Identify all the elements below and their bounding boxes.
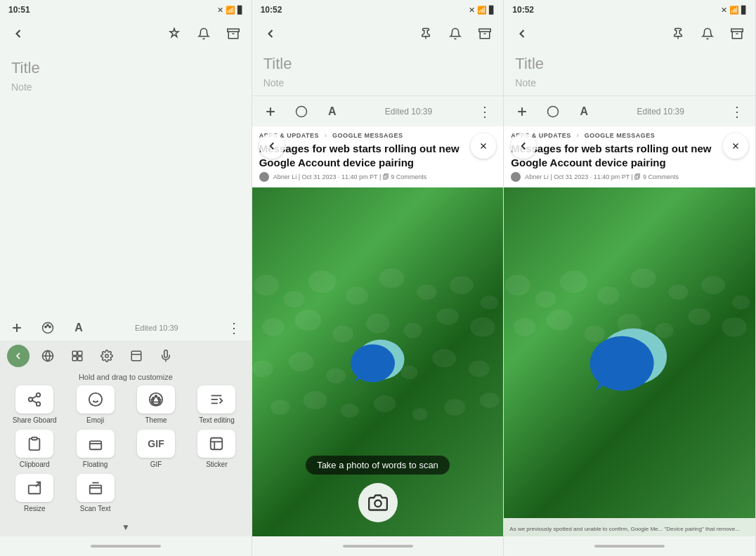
shortcut-theme[interactable]: Theme [129,385,183,424]
add-button-3[interactable] [512,102,532,121]
shortcut-clipboard[interactable]: Clipboard [7,430,62,468]
status-icons-2: ✕ 📶 ▊ [469,6,495,15]
shortcut-scan-text[interactable]: Scan Text [67,474,122,512]
status-time-3: 10:52 [512,5,534,15]
note-content-2[interactable]: Title Note [252,48,504,95]
article-image-area-2: APPS & UPDATES › GOOGLE MESSAGES Message… [252,126,504,536]
svg-rect-13 [78,357,82,361]
toolbar-left-3 [512,24,532,44]
back-button-2[interactable] [261,24,280,44]
shortcut-share-gboard[interactable]: Share Gboard [7,385,62,424]
shortcut-floating[interactable]: Floating [67,430,122,468]
archive-button-3[interactable] [727,24,747,44]
article-back-button-2[interactable] [259,133,285,159]
svg-rect-85 [731,29,743,32]
pin-button-1[interactable] [164,24,184,44]
text-format-button-3[interactable]: A [574,102,594,121]
scroll-down-icon[interactable]: ▼ [122,522,130,532]
back-button-1[interactable] [8,24,28,44]
tag-messages-2: GOOGLE MESSAGES [332,132,403,139]
shortcut-gif[interactable]: GIF GIF [129,430,183,468]
bell-button-1[interactable] [194,24,214,44]
keyboard-topbar [0,340,252,371]
article-image-area-3: APPS & UPDATES › GOOGLE MESSAGES Message… [504,126,755,536]
palette-button-1[interactable] [38,318,58,338]
svg-rect-44 [479,29,491,32]
article-content-3: APPS & UPDATES › GOOGLE MESSAGES Message… [504,126,755,536]
pin-button-2[interactable] [416,24,436,44]
note-body-1[interactable]: Note [11,81,240,93]
shortcuts-grid: Share Gboard Emoji [0,385,252,518]
battery-icon-3: ▊ [741,6,747,15]
article-close-button-3[interactable] [723,133,748,159]
note-body-2[interactable]: Note [263,77,493,88]
hold-drag-label: Hold and drag to customize [0,371,252,385]
shortcut-emoji[interactable]: Emoji [67,385,122,424]
article-meta-text-2: Abner Li | Oct 31 2023 · 11:40 pm PT | 🗐… [273,173,427,180]
svg-point-97 [732,296,750,310]
archive-button-1[interactable] [223,24,243,44]
article-meta-2: Abner Li | Oct 31 2023 · 11:40 pm PT | 🗐… [259,172,497,182]
svg-point-5 [45,326,46,327]
svg-rect-33 [32,437,37,440]
more-button-1[interactable]: ⋮ [225,318,245,338]
top-toolbar-2 [252,20,504,48]
article-green-area-3: As we previously spotted and unable to c… [504,187,755,536]
svg-rect-12 [72,357,77,361]
svg-point-104 [722,317,747,337]
text-format-button-2[interactable]: A [322,102,342,121]
pin-button-3[interactable] [668,24,688,44]
status-time-2: 10:52 [261,5,282,15]
note-title-2[interactable]: Title [263,55,493,73]
phone-panel-2: 10:52 ✕ 📶 ▊ [252,0,504,556]
svg-rect-34 [89,441,101,449]
shortcut-label-theme: Theme [145,416,167,424]
add-button-1[interactable] [7,318,27,338]
kb-expand-button[interactable] [125,345,148,367]
svg-point-48 [296,106,306,117]
svg-point-92 [560,270,588,293]
article-green-area-2: Take a photo of words to scan [252,187,504,536]
note-content-1[interactable]: Title Note [0,48,252,315]
kb-translate-button[interactable] [66,345,89,367]
kb-mic-button[interactable] [155,345,177,367]
kb-back-button[interactable] [7,345,30,367]
more-button-3[interactable]: ⋮ [727,102,747,121]
sticker-icon-box [197,430,235,458]
shortcut-sticker[interactable]: Sticker [189,430,244,468]
chat-icon-3 [584,322,675,402]
svg-point-89 [548,106,559,117]
shortcut-resize[interactable]: Resize [7,474,62,512]
article-avatar-3 [511,172,521,182]
note-title-1[interactable]: Title [11,59,240,77]
toolbar-right-2 [416,24,495,44]
note-content-3[interactable]: Title Note [504,48,755,95]
svg-rect-36 [211,438,223,450]
shortcut-text-editing[interactable]: Text editing [189,385,244,424]
article-tags-2: APPS & UPDATES › GOOGLE MESSAGES [259,132,497,139]
svg-rect-15 [131,351,141,361]
bell-button-2[interactable] [445,24,465,44]
svg-point-95 [669,284,689,300]
status-bar-3: 10:52 ✕ 📶 ▊ [504,0,755,20]
bell-button-3[interactable] [698,24,717,44]
article-meta-3: Abner Li | Oct 31 2023 · 11:40 pm PT | 🗐… [511,172,748,182]
signal-icon-1: ✕ [217,6,223,15]
palette-button-3[interactable] [543,102,563,121]
scan-tooltip: Take a photo of words to scan [306,456,450,475]
chat-icon-2 [346,334,410,390]
archive-button-2[interactable] [475,24,495,44]
scan-camera-button[interactable] [358,483,398,522]
note-body-3[interactable]: Note [515,77,744,88]
kb-settings-button[interactable] [96,345,118,367]
edited-text-1: Edited 10:39 [135,324,178,332]
back-button-3[interactable] [512,24,532,44]
toolbar-right-3 [668,24,747,44]
add-button-2[interactable] [261,102,280,121]
text-format-button-1[interactable]: A [69,318,89,338]
more-button-2[interactable]: ⋮ [475,102,495,121]
kb-globe-button[interactable] [37,345,59,367]
shortcut-label-clipboard: Clipboard [20,461,50,468]
note-title-3[interactable]: Title [515,55,744,73]
palette-button-2[interactable] [292,102,311,121]
